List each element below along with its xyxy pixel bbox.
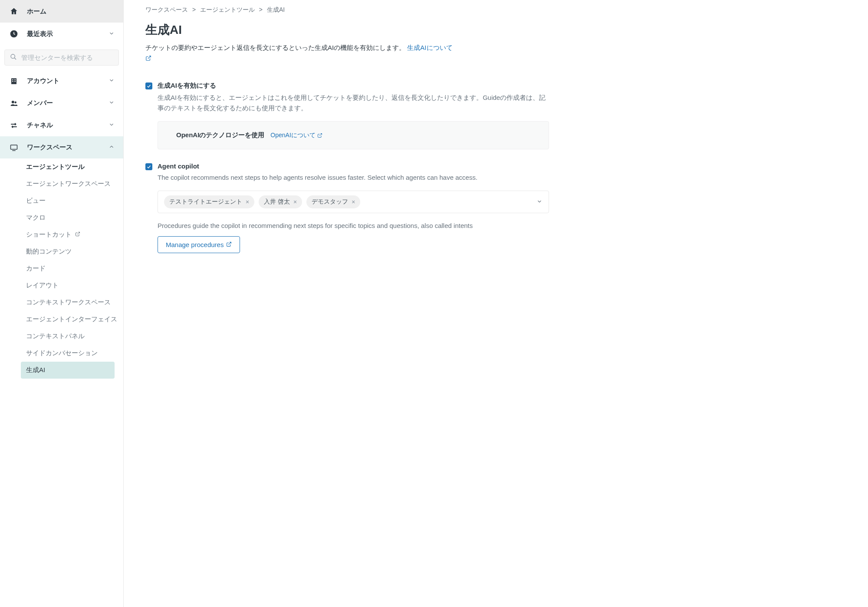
svg-rect-5 [15,79,16,80]
agent-selector[interactable]: テストライトエージェント × 入井 啓太 × デモスタッフ × [158,191,549,213]
page-description-text: チケットの要約やエージェント返信を長文にするといった生成AIの機能を有効にします… [145,44,405,51]
link-text: OpenAIについて [270,132,315,139]
subnav-item[interactable]: レイアウト [26,277,123,294]
external-link-icon [317,132,322,139]
sidebar-item-workspace[interactable]: ワークスペース [0,136,123,158]
search-wrapper[interactable] [4,49,119,66]
chevron-down-icon[interactable] [536,198,542,206]
external-link-icon [75,231,80,238]
checkbox-enable-genai[interactable] [145,82,152,89]
subnav-item[interactable]: コンテキストパネル [26,328,123,345]
sidebar: ホーム 最近表示 アカウント メンバー [0,0,124,607]
subnav-item[interactable]: マクロ [26,209,123,226]
chip-label: デモスタッフ [312,198,348,206]
procedures-desc: Procedures guide the copilot in recommen… [158,222,549,229]
subnav-item[interactable]: ビュー [26,192,123,209]
chevron-up-icon [108,144,115,151]
clock-icon [9,30,19,38]
transfer-icon [9,122,19,129]
link-text: 生成AIについて [407,44,452,51]
svg-rect-4 [12,79,13,80]
svg-point-1 [11,54,15,58]
svg-rect-6 [12,81,13,82]
building-icon [9,77,19,85]
subnav-item[interactable]: カード [26,260,123,277]
chevron-down-icon [108,30,115,38]
section-title: Agent copilot [158,162,549,170]
sidebar-item-account[interactable]: アカウント [0,70,123,92]
sidebar-item-label: メンバー [27,99,108,107]
svg-rect-10 [11,145,17,149]
search-input[interactable] [21,54,113,61]
breadcrumb-item[interactable]: エージェントツール [200,6,255,13]
svg-point-9 [15,101,17,103]
openai-title: OpenAIのテクノロジーを使用 [176,131,264,139]
breadcrumb-item[interactable]: ワークスペース [145,6,188,13]
monitor-icon [9,144,19,152]
button-label: Manage procedures [166,241,224,248]
checkbox-col [145,82,158,149]
chip-label: 入井 啓太 [264,198,290,206]
chip-remove[interactable]: × [246,198,249,205]
chip: 入井 啓太 × [259,195,302,208]
search-icon [10,53,17,62]
openai-info-box: OpenAIのテクノロジーを使用 OpenAIについて [158,121,549,149]
page-title: 生成AI [145,22,549,38]
search-box [0,45,123,70]
section-desc: 生成AIを有効にすると、エージェントはこれを使用してチケットを要約したり、返信を… [158,92,549,113]
chevron-down-icon [108,122,115,129]
section-content: 生成AIを有効にする 生成AIを有効にすると、エージェントはこれを使用してチケッ… [158,82,549,149]
sidebar-item-label: アカウント [27,77,108,85]
sidebar-item-channels[interactable]: チャネル [0,114,123,136]
sidebar-recent[interactable]: 最近表示 [0,23,123,45]
external-link-icon[interactable] [145,54,151,64]
checkbox-agent-copilot[interactable] [145,163,152,170]
page-description-link[interactable]: 生成AIについて [407,44,452,51]
breadcrumb-item: 生成AI [267,6,285,13]
chevron-down-icon [108,77,115,85]
subnav-item-label: ショートカット [26,231,72,238]
section-agent-copilot: Agent copilot The copilot recommends nex… [145,162,549,253]
svg-rect-7 [15,81,16,82]
section-title: 生成AIを有効にする [158,82,549,90]
breadcrumb-separator: > [259,6,263,13]
section-enable-genai: 生成AIを有効にする 生成AIを有効にすると、エージェントはこれを使用してチケッ… [145,82,549,149]
section-content: Agent copilot The copilot recommends nex… [158,162,549,253]
chip-remove[interactable]: × [352,198,355,205]
home-icon [9,7,19,16]
subnav-item[interactable]: エージェントインターフェイス [26,311,123,328]
chip: デモスタッフ × [306,195,360,208]
page-description: チケットの要約やエージェント返信を長文にするといった生成AIの機能を有効にします… [145,43,549,64]
subnav-agent-tools[interactable]: エージェントツール [26,158,123,175]
openai-link[interactable]: OpenAIについて [270,132,322,139]
external-link-icon [226,241,232,248]
checkbox-col [145,162,158,253]
svg-rect-3 [11,78,16,84]
section-desc: The copilot recommends next steps to hel… [158,172,549,183]
subnav-item[interactable]: サイドカンバセーション [26,345,123,362]
chip: テストライトエージェント × [164,195,254,208]
sidebar-item-label: ワークスペース [27,143,108,152]
manage-procedures-button[interactable]: Manage procedures [158,236,240,253]
sidebar-item-members[interactable]: メンバー [0,92,123,114]
people-icon [9,99,19,107]
sidebar-home-label: ホーム [27,7,115,16]
sidebar-recent-label: 最近表示 [27,30,108,38]
svg-point-8 [12,101,14,103]
svg-line-2 [14,58,16,59]
subnav-item[interactable]: コンテキストワークスペース [26,294,123,311]
subnav-item[interactable]: ショートカット [26,226,123,243]
sidebar-home[interactable]: ホーム [0,0,123,23]
chip-label: テストライトエージェント [169,198,242,206]
chevron-down-icon [108,99,115,107]
breadcrumb: ワークスペース > エージェントツール > 生成AI [145,6,549,14]
main: ワークスペース > エージェントツール > 生成AI 生成AI チケットの要約や… [124,0,566,607]
subnav: エージェントツール エージェントワークスペース ビュー マクロ ショートカット … [0,158,123,379]
subnav-item[interactable]: 動的コンテンツ [26,243,123,260]
breadcrumb-separator: > [192,6,196,13]
chip-remove[interactable]: × [293,198,297,205]
subnav-item-generative-ai[interactable]: 生成AI [21,362,115,379]
subnav-item[interactable]: エージェントワークスペース [26,175,123,192]
sidebar-item-label: チャネル [27,121,108,129]
